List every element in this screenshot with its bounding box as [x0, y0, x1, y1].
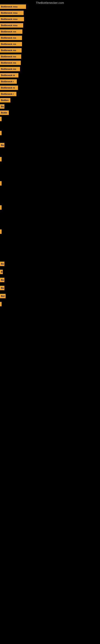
- bar-line: [0, 302, 1, 306]
- bar-row: Bo: [0, 286, 4, 290]
- bar-label: Bo: [0, 278, 4, 282]
- bar-line: [0, 181, 1, 186]
- bar-label: Bottlen: [0, 98, 10, 102]
- bar-row: Bottleneck res: [0, 42, 22, 46]
- bar-label: Bottleneck res: [0, 30, 22, 34]
- bar-row: [0, 157, 1, 162]
- bar-label: Bottleneck re: [0, 73, 18, 78]
- bar-row: [0, 302, 1, 306]
- bar-row: Bottleneck resu: [0, 17, 24, 21]
- bar-row: Bottleneck res: [0, 36, 22, 40]
- bar-label: Bottleneck res: [0, 42, 22, 46]
- bar-row: [0, 117, 1, 121]
- bar-row: Bottleneck res: [0, 67, 20, 71]
- bar-row: Bo: [0, 278, 4, 282]
- bar-row: Bot: [0, 294, 6, 298]
- bar-row: Bo: [0, 143, 4, 147]
- bar-label: Bottleneck res: [0, 60, 21, 65]
- bar-label: Bo: [0, 143, 4, 147]
- bar-row: Bottleneck res: [0, 54, 21, 59]
- bar-row: Bottle: [0, 110, 9, 115]
- bar-label: Bottleneck resu: [0, 23, 23, 28]
- bar-row: Bottleneck r: [0, 79, 17, 84]
- bar-row: Bottleneck resu: [0, 4, 26, 9]
- bar-line: [0, 230, 1, 234]
- bar-label: Bottleneck res: [0, 67, 20, 71]
- bar-label: Bo: [0, 286, 4, 290]
- bar-row: [0, 205, 1, 210]
- bar-label: Bot: [0, 294, 6, 298]
- bar-row: [0, 230, 1, 234]
- bar-label: Bottleneck resu: [0, 4, 26, 9]
- bar-row: Bottleneck r: [0, 92, 16, 96]
- bar-label: Bottleneck res: [0, 36, 22, 40]
- bar-label: Bottleneck res: [0, 48, 22, 52]
- bar-row: [0, 181, 1, 186]
- bar-row: Bottleneck resu: [0, 11, 24, 15]
- bar-row: Bottleneck res: [0, 48, 22, 52]
- bar-line: [0, 157, 1, 162]
- bar-label: Bottle: [0, 110, 9, 115]
- bar-row: [0, 131, 1, 135]
- bar-row: Bottleneck re: [0, 86, 18, 90]
- bar-row: Bottlen: [0, 98, 10, 102]
- bar-label: Bottleneck re: [0, 86, 18, 90]
- bar-label: Bottleneck resu: [0, 11, 24, 15]
- bar-label: Bo: [0, 262, 4, 266]
- bar-label: B: [0, 270, 3, 274]
- bar-label: Bottleneck resu: [0, 17, 24, 21]
- bar-label: Bo: [0, 104, 4, 109]
- bar-row: Bo: [0, 262, 4, 266]
- bar-row: Bottleneck re: [0, 73, 18, 78]
- bar-label: Bottleneck res: [0, 54, 21, 59]
- bar-row: Bottleneck res: [0, 30, 22, 34]
- bar-row: Bottleneck res: [0, 60, 21, 65]
- bar-label: Bottleneck r: [0, 79, 17, 84]
- bar-line: [0, 205, 1, 210]
- bar-line: [0, 131, 1, 135]
- bar-row: Bottleneck resu: [0, 23, 23, 28]
- bar-row: B: [0, 270, 3, 274]
- bar-line: [0, 117, 1, 121]
- bar-label: Bottleneck r: [0, 92, 16, 96]
- bar-row: Bo: [0, 104, 4, 109]
